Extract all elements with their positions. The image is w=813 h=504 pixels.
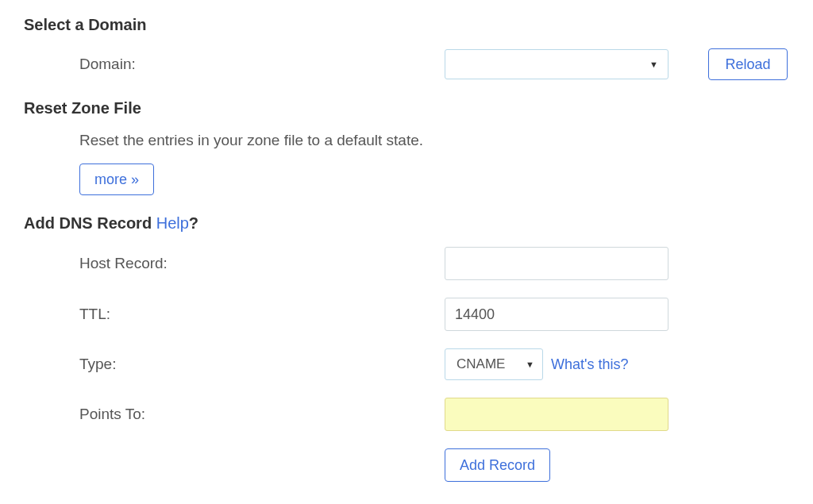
add-record-button[interactable]: Add Record [445,448,550,482]
type-select-value: CNAME [457,356,505,372]
reset-zone-heading: Reset Zone File [24,99,789,117]
select-domain-heading: Select a Domain [24,16,789,34]
more-button[interactable]: more » [79,164,154,195]
host-record-label: Host Record: [79,255,445,272]
points-to-input[interactable] [445,398,669,431]
domain-select[interactable]: ▼ [445,49,669,79]
whats-this-link[interactable]: What's this? [551,356,628,373]
type-select[interactable]: CNAME ▼ [445,348,543,380]
chevron-down-icon: ▼ [649,60,658,69]
chevron-down-icon: ▼ [526,360,534,369]
ttl-input[interactable] [445,298,669,331]
reload-button[interactable]: Reload [708,48,788,80]
points-to-label: Points To: [79,406,445,423]
domain-label: Domain: [79,56,445,73]
ttl-label: TTL: [79,306,445,323]
type-label: Type: [79,356,445,373]
help-suffix: ? [189,214,198,232]
help-link[interactable]: Help [156,214,189,232]
add-dns-heading: Add DNS Record Help? [24,214,789,233]
add-dns-title: Add DNS Record [24,214,156,232]
host-record-input[interactable] [445,247,669,280]
reset-zone-description: Reset the entries in your zone file to a… [79,132,789,149]
